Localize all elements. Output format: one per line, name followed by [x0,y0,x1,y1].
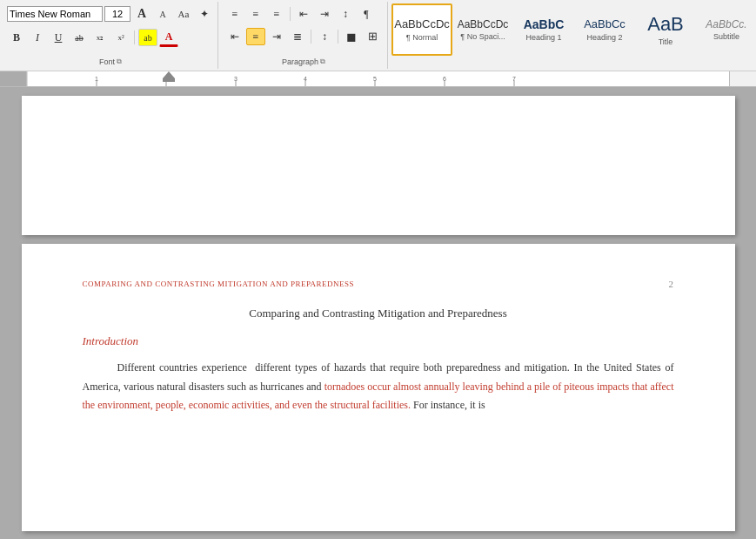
para-row-2: ⇤ ≡ ⇥ ≣ ↕ ◼ ⊞ [225,28,382,45]
doc-paragraph-1[interactable]: Different countries experience different… [83,359,674,415]
page-1 [22,96,735,235]
para-text-normal2: For instance, it is [411,399,485,411]
separator-3 [311,30,311,44]
style-normal[interactable]: AaBbCcDc ¶ Normal [391,3,452,56]
styles-group: AaBbCcDc ¶ Normal AaBbCcDc ¶ No Spaci...… [390,2,753,69]
paragraph-group-label: Paragraph ⧉ [225,57,382,67]
document-area: COMPARING AND CONTRASTING MITIGATION AND… [0,87,756,539]
doc-section-heading[interactable]: Introduction [83,334,674,348]
style-title-preview: AaB [647,13,684,36]
increase-indent-btn[interactable]: ⇥ [315,5,334,23]
doc-header: COMPARING AND CONTRASTING MITIGATION AND… [83,279,674,289]
underline-btn[interactable]: U [49,29,68,46]
style-subtitle-label: Subtitle [713,32,739,41]
highlight-btn[interactable]: ab [138,29,157,46]
ribbon-toolbar: A A Aa ✦ B I U ab x₂ x² ab A Font ⧉ ≡ ≡ … [0,0,756,71]
grow-font-btn[interactable]: A [132,5,151,23]
font-name-input[interactable] [7,6,103,22]
doc-header-text: COMPARING AND CONTRASTING MITIGATION AND… [83,280,355,288]
justify-btn[interactable]: ≣ [288,28,307,45]
show-marks-btn[interactable]: ¶ [357,5,376,23]
style-nospace-preview: AaBbCcDc [458,18,509,30]
para-row-1: ≡ ≡ ≡ ⇤ ⇥ ↕ ¶ [225,5,376,23]
separator-1 [134,30,135,44]
shrink-font-btn[interactable]: A [153,5,172,23]
borders-btn[interactable]: ⊞ [363,28,382,45]
page-2-content: COMPARING AND CONTRASTING MITIGATION AND… [22,244,735,531]
font-group-label: Font ⧉ [7,57,214,67]
bullets-btn[interactable]: ≡ [225,5,244,23]
style-title-label: Title [659,37,673,46]
separator-4 [338,30,338,44]
ruler-svg: 1 2 3 4 5 6 7 [27,71,729,87]
style-h1-label: Heading 1 [525,33,561,42]
font-format-row: B I U ab x₂ x² ab A [7,28,178,47]
bold-btn[interactable]: B [7,29,26,46]
doc-title[interactable]: Comparing and Contrasting Mitigation and… [83,307,674,320]
font-size-input[interactable] [104,6,130,22]
align-left-btn[interactable]: ⇤ [225,28,244,45]
multilevel-btn[interactable]: ≡ [267,5,286,23]
superscript-btn[interactable]: x² [111,29,130,46]
numbering-btn[interactable]: ≡ [246,5,265,23]
style-heading2[interactable]: AaBbCc Heading 2 [574,3,635,56]
separator-2 [290,7,291,21]
style-no-spacing[interactable]: AaBbCcDc ¶ No Spaci... [452,3,513,56]
align-right-btn[interactable]: ⇥ [267,28,286,45]
subscript-btn[interactable]: x₂ [90,29,110,46]
line-spacing-btn[interactable]: ↕ [315,28,334,45]
style-h1-preview: AaBbC [524,17,565,32]
font-group: A A Aa ✦ B I U ab x₂ x² ab A Font ⧉ [3,2,218,69]
font-name-row: A A Aa ✦ [7,5,214,23]
clear-formatting-btn[interactable]: ✦ [195,5,214,23]
style-normal-preview: AaBbCcDc [394,17,450,31]
paragraph-group: ≡ ≡ ≡ ⇤ ⇥ ↕ ¶ ⇤ ≡ ⇥ ≣ ↕ ◼ ⊞ Paragraph ⧉ [220,2,388,69]
style-subtitle-preview: AaBbCc. [706,18,746,30]
italic-btn[interactable]: I [28,29,47,46]
sort-btn[interactable]: ↕ [336,5,355,23]
style-subtitle[interactable]: AaBbCc. Subtitle [696,3,753,56]
align-center-btn[interactable]: ≡ [246,28,265,45]
ruler: 1 2 3 4 5 6 7 [0,71,756,87]
style-h2-preview: AaBbCc [584,17,626,31]
style-heading1[interactable]: AaBbC Heading 1 [513,3,574,56]
style-title[interactable]: AaB Title [635,3,696,56]
page-2: COMPARING AND CONTRASTING MITIGATION AND… [22,244,735,531]
strikethrough-btn[interactable]: ab [70,29,89,46]
style-nospace-label: ¶ No Spaci... [460,32,505,41]
decrease-indent-btn[interactable]: ⇤ [294,5,313,23]
ruler-inner: 1 2 3 4 5 6 7 [26,71,730,86]
svg-rect-16 [163,78,175,82]
font-color-btn[interactable]: A [159,28,178,47]
style-normal-label: ¶ Normal [406,33,438,42]
style-h2-label: Heading 2 [586,33,622,42]
page-number: 2 [669,279,674,289]
change-case-btn[interactable]: Aa [174,5,193,23]
shading-btn[interactable]: ◼ [342,28,361,45]
